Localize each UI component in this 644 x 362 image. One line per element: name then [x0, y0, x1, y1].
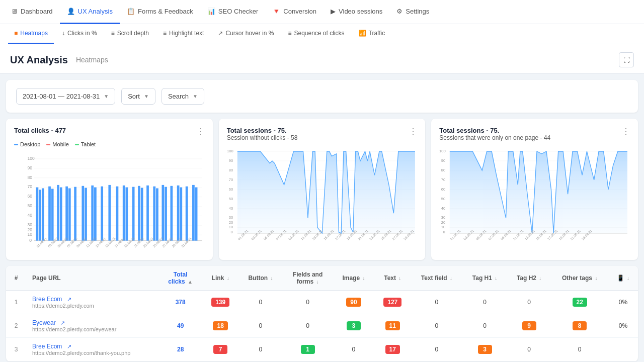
chart-sessions-2: Total sessions - 75. Sessions that were … [431, 119, 638, 260]
cell-total-clicks-3: 28 [158, 338, 202, 361]
nav-settings[interactable]: ⚙ Settings [389, 0, 436, 24]
col-tag-h1[interactable]: Tag H1 ↓ [463, 266, 507, 291]
subnav-highlight-text[interactable]: ≡ Highlight text [157, 24, 210, 44]
svg-rect-40 [132, 187, 135, 241]
svg-text:20: 20 [28, 227, 33, 232]
nav-seo-checker[interactable]: 📊 SEO Checker [200, 0, 265, 24]
svg-text:100: 100 [28, 156, 35, 161]
nav-dashboard[interactable]: 🖥 Dashboard [4, 0, 60, 24]
cell-button-3: 0 [238, 338, 283, 361]
cell-tagh2-2: 9 [507, 314, 551, 338]
subnav-sequence-label: Sequence of clicks [294, 30, 344, 37]
link-sort-icon: ↓ [227, 276, 229, 281]
settings-icon: ⚙ [396, 8, 403, 15]
nav-ux-analysis[interactable]: 👤 UX Analysis [60, 0, 120, 24]
svg-rect-25 [51, 189, 54, 240]
subnav-heatmaps[interactable]: ■ Heatmaps [8, 24, 54, 44]
search-dropdown[interactable]: Search ▼ [162, 88, 204, 105]
cell-textfield-2: 0 [411, 314, 462, 338]
data-table: # Page URL Totalclicks ▲ Link ↓ Button ↓… [6, 266, 638, 361]
nav-forms-feedback[interactable]: 📋 Forms & Feedback [120, 0, 200, 24]
col-mobile[interactable]: 📱 ↓ [608, 266, 638, 291]
svg-text:30: 30 [228, 215, 232, 220]
col-fields-forms[interactable]: Fields andforms ↓ [283, 266, 333, 291]
col-link[interactable]: Link ↓ [202, 266, 238, 291]
svg-text:70: 70 [441, 177, 445, 182]
forms-icon: 📋 [127, 8, 135, 15]
svg-rect-35 [101, 187, 103, 241]
chart-menu-1[interactable]: ⋮ [197, 127, 205, 136]
legend-tablet-dot [75, 144, 79, 145]
page-url-link-2[interactable]: Eyewear [32, 319, 56, 326]
subnav-traffic[interactable]: 📶 Traffic [353, 24, 391, 44]
textfield-sort-icon: ↓ [450, 276, 452, 281]
svg-rect-53 [195, 188, 198, 241]
date-range-picker[interactable]: 2021-08-01 — 2021-08-31 ▼ [16, 88, 115, 105]
svg-rect-38 [123, 186, 125, 241]
nav-video-sessions[interactable]: ▶ Video sessions [324, 0, 389, 24]
nav-conversion[interactable]: 🔻 Conversion [265, 0, 324, 24]
svg-text:70: 70 [228, 177, 232, 182]
sequence-icon: ≡ [288, 30, 291, 37]
svg-rect-51 [186, 187, 188, 241]
page-url-sub-1: https://demo2.plerdy.com [32, 303, 152, 309]
subnav-cursor-hover[interactable]: ↗ Cursor hover in % [212, 24, 280, 44]
cell-text-2: 11 [374, 314, 411, 338]
video-icon: ▶ [331, 8, 336, 15]
page-url-link-3[interactable]: Bree Ecom [32, 343, 62, 350]
external-link-icon-2[interactable]: ↗ [60, 320, 65, 326]
chart-legend-1: Desktop Mobile Tablet [14, 141, 205, 147]
col-text-field[interactable]: Text field ↓ [411, 266, 462, 291]
cell-image-3: 0 [333, 338, 375, 361]
cell-fields-3: 1 [283, 338, 333, 361]
cell-mobile-3 [608, 338, 638, 361]
col-page-url: Page URL [26, 266, 158, 291]
chart-total-clicks: Total clicks - 477 ⋮ Desktop Mobile Tabl… [6, 119, 213, 260]
col-button[interactable]: Button ↓ [238, 266, 283, 291]
bar-chart-area: 100 90 80 70 60 50 40 30 20 10 0 [14, 151, 205, 252]
nav-conversion-label: Conversion [283, 8, 316, 15]
svg-text:50: 50 [228, 197, 232, 201]
cell-text-3: 17 [374, 338, 411, 361]
chart-menu-2[interactable]: ⋮ [409, 127, 417, 136]
cell-image-2: 3 [333, 314, 375, 338]
svg-rect-49 [177, 186, 180, 241]
sort-dropdown[interactable]: Sort ▼ [121, 88, 155, 105]
svg-text:50: 50 [28, 203, 33, 208]
svg-rect-43 [146, 186, 149, 241]
subnav-sequence-clicks[interactable]: ≡ Sequence of clicks [282, 24, 350, 44]
svg-rect-41 [138, 186, 140, 241]
svg-text:10: 10 [441, 225, 445, 229]
subnav-traffic-label: Traffic [369, 30, 385, 37]
col-other-tags[interactable]: Other tags ↓ [551, 266, 608, 291]
svg-text:40: 40 [228, 206, 232, 211]
external-link-icon-3[interactable]: ↗ [67, 343, 71, 349]
svg-rect-31 [82, 186, 84, 241]
cell-fields-1: 0 [283, 291, 333, 314]
subnav-clicks-pct[interactable]: ↓ Clicks in % [56, 24, 103, 44]
nav-settings-label: Settings [406, 8, 429, 15]
chart-header-1: Total clicks - 477 ⋮ [14, 127, 205, 136]
svg-text:90: 90 [228, 158, 232, 163]
cell-url-3: Bree Ecom ↗ https://demo2.plerdy.com/tha… [26, 338, 158, 361]
svg-rect-50 [180, 188, 182, 241]
col-total-clicks[interactable]: Totalclicks ▲ [158, 266, 202, 291]
table-row: 2 Eyewear ↗ https://demo2.plerdy.com/eye… [6, 314, 638, 338]
cell-num-1: 1 [6, 291, 26, 314]
col-image[interactable]: Image ↓ [333, 266, 375, 291]
chart-subtitle-2: Session without clicks - 58 [227, 134, 298, 141]
expand-button[interactable]: ⛶ [619, 52, 634, 67]
cell-url-1: Bree Ecom ↗ https://demo2.plerdy.com [26, 291, 158, 314]
subnav-scroll-depth[interactable]: ≡ Scroll depth [105, 24, 155, 44]
col-tag-h2[interactable]: Tag H2 ↓ [507, 266, 551, 291]
cell-tagh1-2: 0 [463, 314, 507, 338]
external-link-icon-1[interactable]: ↗ [67, 296, 71, 302]
svg-rect-48 [170, 186, 173, 241]
svg-rect-30 [74, 187, 76, 241]
dashboard-icon: 🖥 [11, 8, 18, 15]
legend-tablet-label: Tablet [81, 141, 96, 147]
chart-menu-3[interactable]: ⋮ [622, 127, 630, 136]
page-url-link-1[interactable]: Bree Ecom [32, 296, 62, 303]
col-text[interactable]: Text ↓ [374, 266, 411, 291]
chart-title-1: Total clicks - 477 [14, 127, 66, 134]
